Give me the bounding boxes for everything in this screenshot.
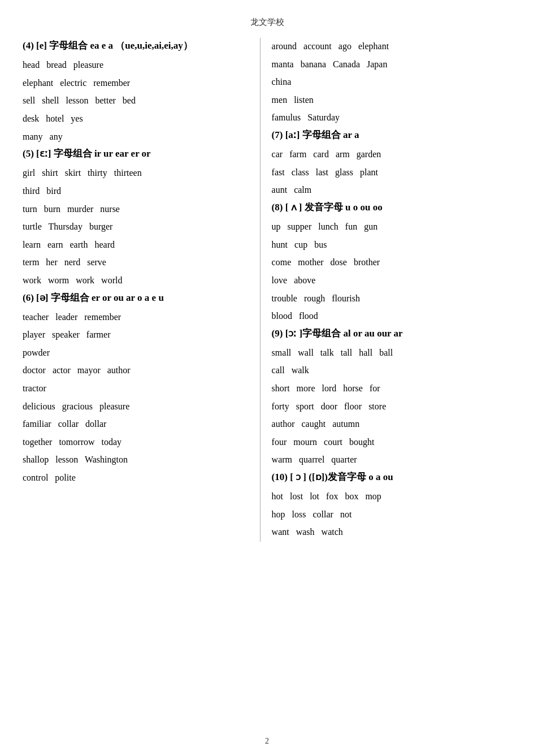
section-title: (5) [ɛː] 字母组合 ir ur ear er or <box>23 146 249 161</box>
word-line: third bird <box>23 183 249 200</box>
word-line: famulus Saturday <box>272 109 511 126</box>
section-title: (7) [aː] 字母组合 ar a <box>272 127 511 142</box>
word-line: head bread pleasure <box>23 57 249 74</box>
word-line: together tomorrow today <box>23 434 249 451</box>
section-title: (4) [e] 字母组合 ea e a （ue,u,ie,ai,ei,ay） <box>23 38 249 53</box>
word-line: learn earn earth heard <box>23 236 249 253</box>
word-line: fast class last glass plant <box>272 164 511 181</box>
word-line: girl shirt skirt thirty thirteen <box>23 165 249 182</box>
word-line: up supper lunch fun gun <box>272 218 511 235</box>
word-line: blood flood <box>272 308 511 325</box>
left-column: (4) [e] 字母组合 ea e a （ue,u,ie,ai,ei,ay）he… <box>23 38 261 542</box>
word-line: around account ago elephant <box>272 38 511 55</box>
word-line: teacher leader remember <box>23 309 249 326</box>
word-line: control polite <box>23 469 249 486</box>
word-line: come mother dose brother <box>272 254 511 271</box>
word-line: hot lost lot fox box mop <box>272 488 511 505</box>
school-name: 龙文学校 <box>250 18 284 27</box>
word-line: turtle Thursday burger <box>23 218 249 235</box>
word-line: elephant electric remember <box>23 75 249 92</box>
word-line: four mourn court bought <box>272 434 511 451</box>
word-line: want wash watch <box>272 524 511 541</box>
page-number: 2 <box>265 737 269 746</box>
word-line: delicious gracious pleasure <box>23 398 249 415</box>
page: 龙文学校 (4) [e] 字母组合 ea e a （ue,u,ie,ai,ei,… <box>0 0 534 756</box>
word-line: desk hotel yes <box>23 110 249 127</box>
word-line: china <box>272 74 511 90</box>
section-title: (6) [ə] 字母组合 er or ou ar o a e u <box>23 290 249 305</box>
word-line: many any <box>23 128 249 145</box>
word-line: doctor actor mayor author <box>23 362 249 379</box>
word-line: call walk <box>272 362 511 379</box>
word-line: tractor <box>23 380 249 397</box>
word-line: car farm card arm garden <box>272 146 511 163</box>
page-header: 龙文学校 <box>23 17 511 28</box>
word-line: sell shell lesson better bed <box>23 92 249 109</box>
word-line: term her nerd serve <box>23 254 249 271</box>
word-line: turn burn murder nurse <box>23 201 249 218</box>
word-line: manta banana Canada Japan <box>272 56 511 73</box>
word-line: small wall talk tall hall ball <box>272 344 511 361</box>
word-line: men listen <box>272 92 511 109</box>
word-line: warm quarrel quarter <box>272 451 511 468</box>
word-line: shallop lesson Washington <box>23 451 249 468</box>
word-line: forty sport door floor store <box>272 398 511 415</box>
word-line: work worm work world <box>23 272 249 289</box>
word-line: aunt calm <box>272 182 511 198</box>
section-title: (10) [ ɔ ] ([ɒ])发音字母 o a ou <box>272 469 511 485</box>
content-wrapper: (4) [e] 字母组合 ea e a （ue,u,ie,ai,ei,ay）he… <box>23 38 511 542</box>
word-line: hop loss collar not <box>272 506 511 523</box>
word-line: player speaker farmer <box>23 326 249 343</box>
word-line: author caught autumn <box>272 416 511 433</box>
word-line: love above <box>272 272 511 289</box>
word-line: trouble rough flourish <box>272 290 511 307</box>
section-title: (8) [ ʌ ] 发音字母 u o ou oo <box>272 200 511 215</box>
section-title: (9) [ɔː ]字母组合 al or au our ar <box>272 326 511 341</box>
word-line: familiar collar dollar <box>23 416 249 433</box>
right-column: around account ago elephantmanta banana … <box>261 38 511 542</box>
word-line: powder <box>23 344 249 361</box>
word-line: short more lord horse for <box>272 380 511 397</box>
word-line: hunt cup bus <box>272 236 511 253</box>
